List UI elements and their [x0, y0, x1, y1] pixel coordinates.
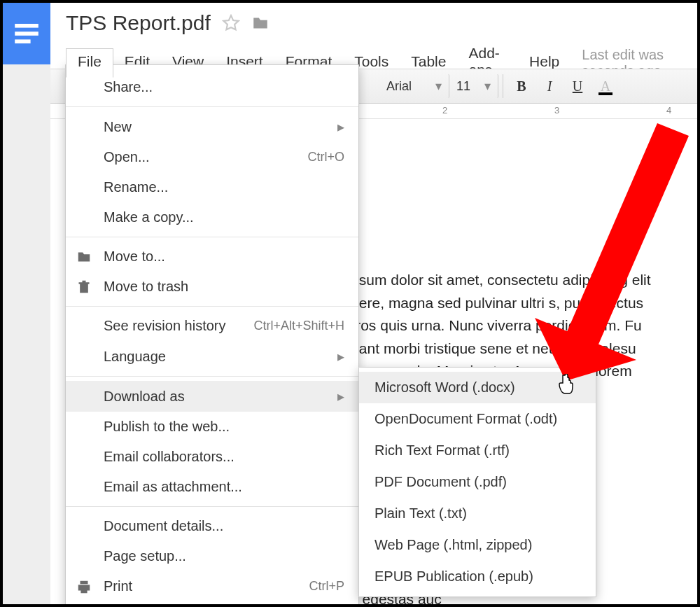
- font-select-label: Arial: [386, 79, 412, 94]
- download-rtf[interactable]: Rich Text Format (.rtf): [359, 435, 596, 466]
- underline-button[interactable]: U: [564, 74, 592, 98]
- textcolor-button[interactable]: A: [592, 74, 620, 98]
- italic-button[interactable]: I: [536, 74, 564, 98]
- bold-button[interactable]: B: [507, 74, 536, 98]
- download-html[interactable]: Web Page (.html, zipped): [359, 529, 596, 561]
- fontsize-select[interactable]: 11 ▾: [449, 74, 498, 98]
- menu-separator: [66, 506, 358, 507]
- file-move-to[interactable]: Move to...: [66, 242, 358, 272]
- trash-icon: [76, 279, 92, 295]
- download-odt[interactable]: OpenDocument Format (.odt): [359, 403, 596, 435]
- menu-separator: [66, 237, 358, 237]
- download-txt[interactable]: Plain Text (.txt): [359, 498, 596, 529]
- download-as-submenu: Microsoft Word (.docx) OpenDocument Form…: [358, 367, 596, 597]
- document-title[interactable]: TPS Report.pdf: [66, 11, 211, 35]
- chevron-right-icon: ▸: [337, 348, 344, 365]
- menu-file[interactable]: File: [66, 48, 113, 78]
- toolbar-separator: [503, 74, 503, 98]
- menu-separator: [66, 306, 358, 307]
- file-print[interactable]: PrintCtrl+P: [66, 571, 358, 601]
- svg-rect-1: [15, 32, 38, 36]
- star-icon[interactable]: [222, 14, 240, 32]
- fontsize-label: 11: [456, 79, 470, 94]
- menu-separator: [66, 106, 358, 107]
- file-email-attachment[interactable]: Email as attachment...: [66, 472, 358, 502]
- docs-app-icon[interactable]: [3, 3, 50, 64]
- font-select[interactable]: Arial ▾: [379, 74, 449, 98]
- file-rename[interactable]: Rename...: [66, 172, 358, 202]
- folder-icon[interactable]: [251, 14, 270, 32]
- caret-down-icon: ▾: [484, 78, 491, 94]
- chevron-right-icon: ▸: [337, 388, 344, 405]
- chevron-right-icon: ▸: [337, 118, 344, 135]
- left-gutter: [3, 64, 50, 604]
- file-menu-dropdown: Share... New▸ Open...Ctrl+O Rename... Ma…: [65, 64, 359, 607]
- file-make-copy[interactable]: Make a copy...: [66, 202, 358, 232]
- file-page-setup[interactable]: Page setup...: [66, 541, 358, 571]
- file-email-collaborators[interactable]: Email collaborators...: [66, 442, 358, 472]
- file-publish-web[interactable]: Publish to the web...: [66, 412, 358, 442]
- download-epub[interactable]: EPUB Publication (.epub): [359, 561, 596, 592]
- download-docx[interactable]: Microsoft Word (.docx): [359, 372, 596, 403]
- file-document-details[interactable]: Document details...: [66, 511, 358, 541]
- file-new[interactable]: New▸: [66, 111, 358, 142]
- download-pdf[interactable]: PDF Document (.pdf): [359, 466, 596, 498]
- svg-rect-2: [15, 39, 30, 43]
- folder-icon: [76, 249, 92, 265]
- file-download-as[interactable]: Download as▸: [66, 381, 358, 412]
- print-icon: [76, 578, 92, 595]
- file-open[interactable]: Open...Ctrl+O: [66, 142, 358, 172]
- caret-down-icon: ▾: [435, 78, 442, 94]
- svg-rect-0: [15, 24, 38, 28]
- file-revision-history[interactable]: See revision historyCtrl+Alt+Shift+H: [66, 311, 358, 341]
- menu-separator: [66, 376, 358, 377]
- file-move-trash[interactable]: Move to trash: [66, 272, 358, 302]
- file-language[interactable]: Language▸: [66, 341, 358, 372]
